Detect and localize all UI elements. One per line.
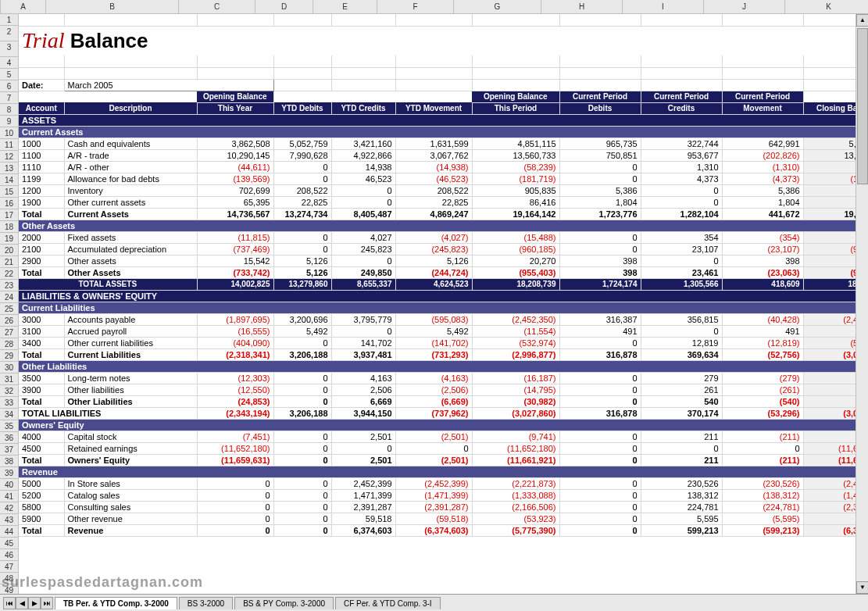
cell-value[interactable]: 5,492 (395, 325, 472, 337)
tab-next-button[interactable]: ▶ (28, 597, 41, 609)
account-code[interactable]: Total (19, 454, 64, 466)
date-label[interactable]: Date: (19, 79, 64, 91)
cell-value[interactable]: 0 (331, 196, 395, 208)
cell-value[interactable]: 1,282,104 (641, 208, 722, 220)
account-code[interactable]: 3000 (19, 313, 64, 325)
row-header-27[interactable]: 27 (0, 327, 18, 338)
section-current-assets[interactable]: Current Assets (19, 126, 868, 138)
account-code[interactable]: 1100 (19, 149, 64, 161)
sheet-tab-3[interactable]: CF Per. & YTD Comp. 3-I (335, 597, 441, 609)
cell-value[interactable]: 0 (641, 325, 722, 337)
row-header-5[interactable]: 5 (0, 69, 18, 80)
cell-value[interactable]: (9,741) (472, 431, 559, 442)
column-header-7[interactable]: Debits (559, 102, 641, 114)
account-code[interactable]: 1200 (19, 184, 64, 196)
account-code[interactable]: 1110 (19, 161, 64, 173)
cell-value[interactable]: 0 (273, 454, 331, 466)
cell-value[interactable]: 0 (273, 442, 331, 454)
cell-value[interactable]: 208,522 (273, 184, 331, 196)
cell-value[interactable]: (138,312) (722, 489, 803, 501)
cell-value[interactable]: (2,221,873) (472, 477, 559, 489)
total-liabilities-label[interactable]: TOTAL LIABILITIES (19, 407, 197, 419)
cell-value[interactable]: 1,471,399 (331, 489, 395, 501)
cell-value[interactable]: 5,126 (395, 255, 472, 266)
row-header-25[interactable]: 25 (0, 303, 18, 315)
cell-value[interactable]: 65,395 (197, 196, 273, 208)
account-desc[interactable]: Accumulated depreciation (64, 243, 197, 255)
cell-value[interactable]: 86,416 (472, 196, 559, 208)
cell-value[interactable]: 2,452,399 (331, 477, 395, 489)
cell-value[interactable]: (2,506) (395, 384, 472, 395)
cell-value[interactable]: 14,938 (331, 161, 395, 173)
cell-value[interactable]: (4,373) (722, 173, 803, 184)
cell-value[interactable]: 0 (559, 173, 641, 184)
account-desc[interactable]: Other assets (64, 255, 197, 266)
cell-value[interactable]: (595,083) (395, 313, 472, 325)
cell-value[interactable]: 0 (641, 255, 722, 266)
cell-value[interactable]: 0 (273, 524, 331, 536)
column-header-0[interactable]: Account (19, 102, 64, 114)
cell-value[interactable]: 4,373 (641, 173, 722, 184)
cell-value[interactable]: 702,699 (197, 184, 273, 196)
cell-value[interactable]: 4,869,247 (395, 208, 472, 220)
cell-value[interactable]: 7,990,628 (273, 149, 331, 161)
sheet-tab-2[interactable]: BS & PY Comp. 3-2000 (234, 597, 334, 609)
account-code[interactable]: Total (19, 266, 64, 278)
cell-value[interactable]: (261) (722, 384, 803, 395)
scroll-thumb[interactable] (857, 28, 868, 184)
tab-first-button[interactable]: ⏮ (3, 597, 16, 609)
cell-value[interactable]: (211) (722, 454, 803, 466)
account-desc[interactable]: Inventory (64, 184, 197, 196)
cell-value[interactable]: 22,825 (395, 196, 472, 208)
cell-value[interactable]: 398 (559, 266, 641, 278)
cell-value[interactable]: (14,938) (395, 161, 472, 173)
cell-value[interactable]: (2,318,341) (197, 348, 273, 360)
account-desc[interactable]: Other revenue (64, 513, 197, 524)
cell-value[interactable]: (24,853) (197, 395, 273, 407)
cell-value[interactable]: 0 (273, 489, 331, 501)
cell-value[interactable]: 0 (559, 243, 641, 255)
account-code[interactable]: 5900 (19, 513, 64, 524)
cell-value[interactable]: (52,756) (722, 348, 803, 360)
cell-value[interactable]: 6,374,603 (331, 524, 395, 536)
hdr-cp-move-1[interactable]: Current Period (722, 91, 803, 102)
cell-value[interactable]: 3,937,481 (331, 348, 395, 360)
row-header-42[interactable]: 42 (0, 502, 18, 514)
row-header-35[interactable]: 35 (0, 420, 18, 432)
column-header-C[interactable]: C (179, 0, 255, 13)
row-header-37[interactable]: 37 (0, 444, 18, 456)
cell-value[interactable]: (2,501) (395, 454, 472, 466)
cell-value[interactable]: 0 (641, 442, 722, 454)
cell-value[interactable]: 354 (641, 231, 722, 243)
account-desc[interactable]: Fixed assets (64, 231, 197, 243)
cell-value[interactable]: (1,471,399) (395, 489, 472, 501)
cell-value[interactable]: 398 (722, 255, 803, 266)
cell-value[interactable]: 6,669 (331, 395, 395, 407)
cell-value[interactable]: 0 (273, 395, 331, 407)
cell-value[interactable]: (2,452,350) (472, 313, 559, 325)
cell-value[interactable]: (599,213) (722, 524, 803, 536)
cell-value[interactable]: (532,974) (472, 337, 559, 348)
column-header-1[interactable]: Description (64, 102, 197, 114)
cell-value[interactable]: 491 (722, 325, 803, 337)
row-header-2[interactable]: 2 (0, 26, 18, 41)
cell-value[interactable]: (404,090) (197, 337, 273, 348)
account-code[interactable]: 4000 (19, 431, 64, 442)
cell-value[interactable]: 1,310 (641, 161, 722, 173)
cell-value[interactable]: 0 (641, 184, 722, 196)
cell-value[interactable]: (279) (722, 372, 803, 384)
cell-value[interactable]: 0 (559, 161, 641, 173)
cell-value[interactable]: 0 (197, 513, 273, 524)
cell-value[interactable]: (46,523) (395, 173, 472, 184)
cell-value[interactable]: (2,166,506) (472, 501, 559, 513)
column-header-J[interactable]: J (704, 0, 785, 13)
cell-value[interactable]: 3,862,508 (197, 138, 273, 149)
cell-value[interactable]: 0 (559, 524, 641, 536)
row-header-34[interactable]: 34 (0, 409, 18, 420)
cell-value[interactable]: 0 (197, 477, 273, 489)
cell-value[interactable]: (11,652,180) (472, 442, 559, 454)
account-desc[interactable]: Consulting sales (64, 501, 197, 513)
section-assets[interactable]: ASSETS (19, 114, 868, 126)
cell-value[interactable]: 0 (559, 384, 641, 395)
tab-last-button[interactable]: ⏭ (41, 597, 53, 609)
